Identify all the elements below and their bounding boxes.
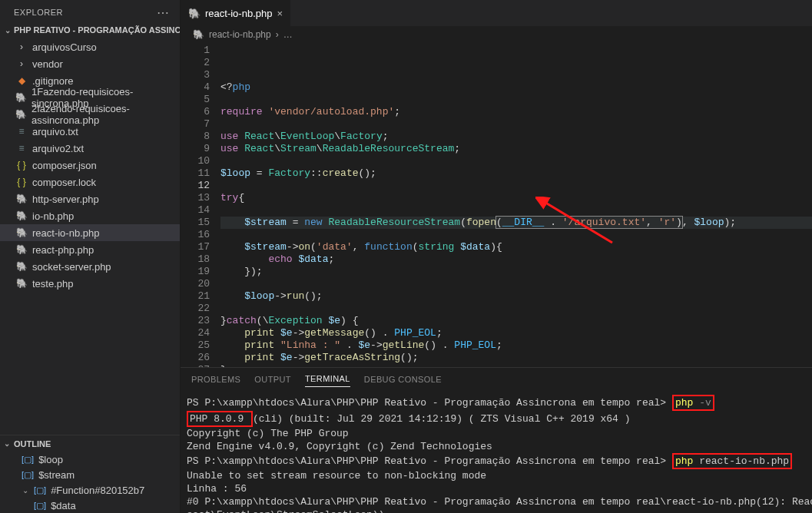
explorer-more-icon[interactable]: ⋯ [157,5,171,20]
code-line[interactable]: <?php [220,81,812,94]
terminal-output[interactable]: PS P:\xampp\htdocs\Alura\PHP\PHP Reativo… [181,390,812,513]
breadcrumb-sep: › [276,29,279,40]
breadcrumb-rest: … [283,29,293,40]
code-line[interactable]: try{ [220,192,812,204]
php-icon: 🐘 [15,227,28,238]
explorer-header: EXPLORER ⋯ [0,0,180,22]
file-tree-item[interactable]: 🐘socket-server.php [0,258,180,275]
code-line[interactable] [220,278,812,290]
outline-item[interactable]: ⌄[▢]#Function#820152b7 [0,482,180,498]
project-title: PHP REATIVO - PROGRAMAÇÃO ASSINCRONA E..… [14,25,180,35]
tab-bar: 🐘 react-io-nb.php × [181,0,812,26]
panel-tab-debug-console[interactable]: DEBUG CONSOLE [364,372,442,387]
code-line[interactable]: }catch(\Exception $e) { [220,315,812,327]
outline-label: $loop [38,454,63,465]
breadcrumb[interactable]: 🐘 react-io-nb.php › … [181,26,812,43]
php-icon: 🐘 [15,244,28,255]
file-label: arquivo2.txt [32,143,84,154]
chevron-down-icon: ⌄ [3,439,11,448]
file-tree-item[interactable]: 🐘http-server.php [0,190,180,207]
outline-item[interactable]: [▢]$stream [0,467,180,482]
file-tree-item[interactable]: ≡arquivo2.txt [0,140,180,157]
code-line[interactable]: print "Linha : " . $e->getLine() . PHP_E… [220,339,812,352]
php-icon: 🐘 [15,92,27,103]
panel-tabs: PROBLEMSOUTPUTTERMINALDEBUG CONSOLE [181,367,812,390]
variable-icon: [▢] [22,455,34,465]
file-label: teste.php [32,278,74,290]
terminal-line: Copyright (c) The PHP Group [187,427,812,440]
tab-label: react-io-nb.php [205,8,272,19]
editor-tab[interactable]: 🐘 react-io-nb.php × [181,0,291,26]
file-label: composer.json [32,160,97,171]
code-line[interactable] [220,303,812,315]
panel-tab-output[interactable]: OUTPUT [254,372,291,387]
txt-icon: ≡ [15,143,28,154]
php-icon: 🐘 [15,194,28,204]
outline-label: $data [51,500,76,511]
panel-tab-problems[interactable]: PROBLEMS [191,372,240,387]
code-editor[interactable]: 1234567891011121314151617181920212223242… [181,43,812,367]
file-label: composer.lock [32,177,96,188]
terminal-line: PHP 8.0.9 (cli) (built: Jul 29 2021 14:1… [187,411,812,427]
code-line[interactable]: $stream = new ReadableResourceStream(fop… [220,217,812,229]
file-tree-item[interactable]: ›vendor [0,55,180,72]
folder-icon: › [15,58,28,69]
php-icon: 🐘 [188,8,201,19]
variable-icon: [▢] [34,485,46,495]
file-tree-item[interactable]: 🐘2fazendo-requisicoes-assincrona.php [0,106,180,123]
code-line[interactable]: use React\Stream\ReadableResourceStream; [220,143,812,155]
outline-label: $stream [38,469,75,481]
project-header[interactable]: ⌄ PHP REATIVO - PROGRAMAÇÃO ASSINCRONA E… [0,22,180,38]
php-icon: 🐘 [15,210,28,221]
code-line[interactable]: } [220,364,812,367]
breadcrumb-file: react-io-nb.php [209,29,271,40]
code-line[interactable] [220,180,812,192]
file-tree-item[interactable]: ›arquivosCurso [0,38,180,55]
code-line[interactable]: print $e->getMessage() . PHP_EOL; [220,327,812,339]
php-icon: 🐘 [15,278,28,289]
file-tree-item[interactable]: { }composer.json [0,157,180,174]
file-label: 2fazendo-requisicoes-assincrona.php [31,103,180,126]
folder-icon: › [15,41,28,52]
chevron-down-icon: ⌄ [22,486,29,495]
file-tree-item[interactable]: 🐘teste.php [0,275,180,292]
terminal-line: PS P:\xampp\htdocs\Alura\PHP\PHP Reativo… [187,395,812,411]
json-icon: { } [15,177,28,187]
code-lines[interactable]: <?php require 'vendor/autoload.php'; use… [220,43,812,367]
file-tree: ›arquivosCurso›vendor◆.gitignore🐘1Fazend… [0,38,180,435]
code-line[interactable]: use React\EventLoop\Factory; [220,131,812,143]
line-gutter: 1234567891011121314151617181920212223242… [181,43,220,367]
outline-item[interactable]: [▢]$data [0,498,180,513]
code-line[interactable]: }); [220,266,812,278]
panel-tab-terminal[interactable]: TERMINAL [305,371,350,387]
explorer-title: EXPLORER [14,8,63,17]
explorer-sidebar: EXPLORER ⋯ ⌄ PHP REATIVO - PROGRAMAÇÃO A… [0,0,181,513]
chevron-down-icon: ⌄ [5,26,11,35]
main-area: 🐘 react-io-nb.php × 🐘 react-io-nb.php › … [181,0,812,513]
outline-label: #Function#820152b7 [51,485,144,496]
code-line[interactable]: $loop->run(); [220,290,812,303]
code-line[interactable] [220,229,812,241]
code-line[interactable] [220,204,812,217]
file-label: react-php.php [32,244,94,256]
outline-item[interactable]: [▢]$loop [0,452,180,467]
code-line[interactable] [220,94,812,106]
close-icon[interactable]: × [277,8,283,19]
file-tree-item[interactable]: 🐘react-php.php [0,241,180,258]
terminal-line: Unable to set stream resource to non-blo… [187,469,812,482]
code-line[interactable]: print $e->getTraceAsString(); [220,352,812,364]
outline-header[interactable]: ⌄ OUTLINE [0,435,180,452]
code-line[interactable]: $stream->on('data', function(string $dat… [220,241,812,253]
file-tree-item[interactable]: 🐘io-nb.php [0,207,180,224]
code-line[interactable] [220,155,812,167]
file-label: .gitignore [32,75,73,87]
code-line[interactable]: require 'vendor/autoload.php'; [220,106,812,118]
variable-icon: [▢] [22,470,34,480]
file-label: http-server.php [32,194,99,205]
code-line[interactable]: $loop = Factory::create(); [220,167,812,180]
code-line[interactable]: echo $data; [220,253,812,266]
code-line[interactable] [220,118,812,131]
file-tree-item[interactable]: 🐘react-io-nb.php [0,224,180,241]
outline-list: [▢]$loop[▢]$stream⌄[▢]#Function#820152b7… [0,452,180,513]
file-tree-item[interactable]: { }composer.lock [0,174,180,190]
